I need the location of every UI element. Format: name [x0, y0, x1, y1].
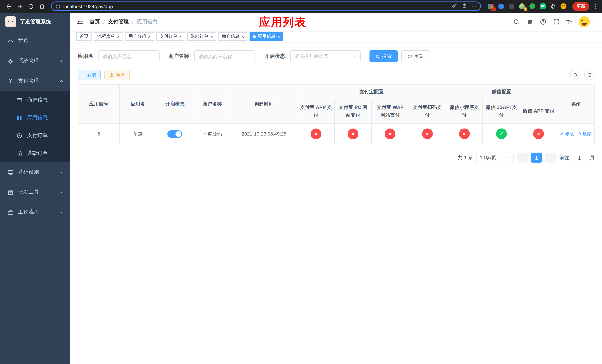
export-button[interactable]: 导出 [104, 70, 129, 80]
bookmark-star-icon[interactable]: ☆ [472, 3, 476, 9]
sidebar-logo[interactable]: 芋道管理系统 [0, 13, 70, 31]
tab-close-icon[interactable]: × [277, 34, 280, 39]
delete-link[interactable]: 删除 [578, 131, 592, 137]
browser-toolbar: localhost:1024/pay/app ☆ 10 1 [0, 0, 602, 13]
password-key-icon[interactable] [452, 3, 457, 10]
tab-merchant-info[interactable]: 商户信息× [218, 32, 247, 41]
tab-process-form[interactable]: 流程表单× [94, 32, 123, 41]
sidebar-item-devtools[interactable]: 研发工具 [0, 182, 70, 202]
sidebar-fold-icon[interactable] [76, 18, 84, 26]
wechat-extension-icon[interactable] [539, 3, 546, 10]
tab-home[interactable]: 首页 [76, 32, 92, 41]
site-info-icon[interactable] [55, 4, 60, 9]
wx-mini-status-icon: × [459, 128, 470, 139]
help-question-icon[interactable] [540, 19, 546, 25]
toggle-search-button[interactable] [570, 70, 580, 80]
extension-grid-icon[interactable]: 10 [488, 3, 494, 10]
extensions-puzzle-icon[interactable] [550, 3, 556, 10]
tab-app-info[interactable]: 应用信息× [249, 32, 283, 41]
sidebar-item-home[interactable]: 首页 [0, 31, 70, 51]
page-annotation: 应用列表 [259, 15, 307, 30]
user-avatar-menu[interactable] [579, 16, 596, 27]
breadcrumb-home[interactable]: 首页 [90, 19, 100, 25]
sidebar-item-payment[interactable]: ¥ 支付管理 [0, 71, 70, 91]
logo-avatar [5, 16, 16, 27]
edit-link[interactable]: 修改 [560, 131, 574, 137]
refresh-icon [587, 72, 592, 77]
cell-create-time: 2021-10-23 08:49:25 [231, 124, 297, 144]
header-search-icon[interactable] [513, 19, 520, 25]
search-button[interactable]: 搜索 [369, 50, 398, 62]
forward-icon[interactable] [15, 1, 24, 11]
tab-close-icon[interactable]: × [148, 34, 151, 39]
sidebar-item-infra[interactable]: 基础设施 [0, 162, 70, 182]
tab-pay-order[interactable]: 支付订单× [156, 32, 185, 41]
reset-button[interactable]: 重置 [401, 50, 430, 62]
extension-dark-icon[interactable] [508, 3, 515, 10]
caret-down-icon [592, 20, 596, 24]
chevron-down-icon [506, 156, 510, 160]
goto-page-input[interactable] [573, 152, 586, 163]
wx-app-status-icon: × [533, 128, 544, 139]
extension-drop-icon[interactable] [498, 3, 504, 10]
sidebar-item-system[interactable]: 系统管理 [0, 51, 70, 71]
extension-cluster: 10 1 ✓ [488, 3, 567, 10]
emoji-extension-icon[interactable] [560, 3, 567, 10]
status-select[interactable]: 请选择开启状态 [290, 50, 361, 62]
table-toolbar: + 新增 导出 [78, 70, 595, 80]
breadcrumb-payment[interactable]: 支付管理 [108, 19, 129, 25]
next-page-button[interactable]: › [545, 152, 556, 163]
page-number-1[interactable]: 1 [531, 152, 542, 163]
col-alipay-qr: 支付宝扫码支付 [409, 99, 446, 124]
goto-label: 前往 [559, 154, 569, 161]
status-toggle[interactable] [168, 130, 182, 138]
fullscreen-icon[interactable] [553, 19, 559, 25]
col-alipay-pc: 支付宝 PC 网站支付 [335, 99, 372, 124]
browser-menu-icon[interactable]: ⋮ [593, 3, 598, 9]
prev-page-button[interactable]: ‹ [517, 152, 527, 163]
add-button[interactable]: + 新增 [78, 70, 101, 80]
chevron-down-icon [352, 54, 356, 58]
toolbox-icon [7, 189, 14, 195]
url-text[interactable]: localhost:1024/pay/app [63, 3, 449, 9]
app-table: 应用编号 应用名 开启状态 商户名称 创建时间 支付宝配置 微信配置 操作 支付… [78, 85, 595, 144]
tab-refund-order[interactable]: 退款订单× [187, 32, 216, 41]
table-row: 6 芋道 芋道源码 2021-10-23 08:49:25 × × × × × … [78, 124, 594, 144]
reload-icon[interactable] [26, 1, 35, 11]
app-name-input[interactable] [98, 50, 160, 62]
merchant-name-input[interactable] [194, 50, 256, 62]
home-icon[interactable] [37, 1, 47, 11]
sidebar-subitem-app-info[interactable]: 应用信息 [0, 109, 70, 127]
page-content: 应用名 商户名称 开启状态 请选择开启状态 [70, 42, 602, 364]
breadcrumb: 首页 / 支付管理 / 应用信息 [90, 19, 158, 25]
share-icon[interactable] [462, 3, 467, 10]
col-app-id: 应用编号 [78, 85, 119, 124]
sidebar-item-workflow[interactable]: 工作流程 [0, 202, 70, 222]
sidebar-subitem-refund-order[interactable]: 退款订单 [0, 144, 70, 162]
extension-check-icon[interactable]: ✓ [529, 3, 535, 10]
total-count: 共 1 条 [458, 154, 473, 161]
alipay-app-status-icon: × [311, 128, 321, 139]
font-size-icon[interactable]: TT [566, 19, 572, 25]
sidebar-subitem-pay-order[interactable]: 支付订单 [0, 127, 70, 144]
pagination: 共 1 条 10条/页 ‹ 1 › 前往 页 [78, 152, 595, 163]
address-bar[interactable]: localhost:1024/pay/app ☆ [51, 1, 481, 11]
wx-jsapi-status-icon: ✓ [496, 128, 507, 139]
tab-close-icon[interactable]: × [210, 34, 213, 39]
col-merchant: 商户名称 [194, 85, 231, 124]
chevron-down-icon [59, 59, 64, 63]
profile-extension-icon[interactable]: 1 [519, 3, 525, 10]
avatar [579, 16, 590, 27]
chrome-update-button[interactable]: 更新 [572, 2, 589, 11]
tab-user-group[interactable]: 用户分组× [125, 32, 154, 41]
cell-merchant: 芋道源码 [194, 124, 231, 144]
tab-close-icon[interactable]: × [117, 34, 119, 39]
tab-close-icon[interactable]: × [241, 34, 244, 39]
tab-close-icon[interactable]: × [179, 34, 182, 39]
back-icon[interactable] [4, 1, 13, 11]
sidebar-subitem-merchant-info[interactable]: 商户信息 [0, 91, 70, 109]
github-icon[interactable] [526, 19, 533, 25]
refresh-table-button[interactable] [584, 70, 595, 80]
alipay-pc-status-icon: × [348, 128, 358, 139]
page-size-select[interactable]: 10条/页 [476, 152, 514, 163]
